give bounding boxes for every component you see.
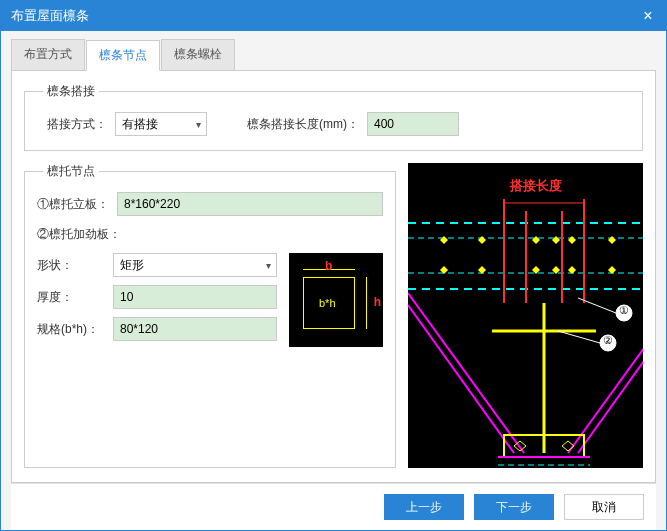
spec-input[interactable] bbox=[113, 317, 277, 341]
bracket-legend: 檩托节点 bbox=[43, 163, 99, 180]
close-button[interactable]: × bbox=[630, 1, 666, 31]
tab-purlin-bolt[interactable]: 檩条螺栓 bbox=[161, 39, 235, 70]
shape-label: 形状： bbox=[37, 257, 105, 274]
shape-preview: b h b*h bbox=[289, 253, 383, 347]
svg-marker-13 bbox=[532, 236, 540, 244]
svg-line-25 bbox=[408, 293, 524, 453]
titlebar: 布置屋面檩条 × bbox=[1, 1, 666, 31]
svg-marker-15 bbox=[552, 236, 560, 244]
splice-length-label: 檩条搭接长度(mm)： bbox=[247, 116, 359, 133]
svg-line-27 bbox=[568, 293, 643, 453]
dialog: 布置屋面檩条 × 布置方式 檩条节点 檩条螺栓 檩条搭接 搭接方式： 有搭接 bbox=[0, 0, 667, 531]
thickness-label: 厚度： bbox=[37, 289, 105, 306]
svg-marker-11 bbox=[478, 236, 486, 244]
svg-line-36 bbox=[578, 298, 616, 313]
footer: 上一步 下一步 取消 bbox=[11, 483, 656, 530]
plate-label: ①檩托立板： bbox=[37, 196, 109, 213]
splice-fieldset: 檩条搭接 搭接方式： 有搭接 檩条搭接长度(mm)： bbox=[24, 83, 643, 151]
bracket-fieldset: 檩托节点 ①檩托立板： ②檩托加劲板： 形状： bbox=[24, 163, 396, 468]
preview-bh-label: b*h bbox=[319, 297, 336, 309]
plate-input[interactable] bbox=[117, 192, 383, 216]
cancel-button[interactable]: 取消 bbox=[564, 494, 644, 520]
tab-bar: 布置方式 檩条节点 檩条螺栓 bbox=[11, 39, 656, 71]
preview-h-label: h bbox=[374, 295, 381, 309]
thickness-input[interactable] bbox=[113, 285, 277, 309]
connection-diagram: 搭接长度 ① ② bbox=[408, 163, 643, 468]
splice-legend: 檩条搭接 bbox=[43, 83, 99, 100]
shape-select[interactable]: 矩形 bbox=[113, 253, 277, 277]
svg-marker-17 bbox=[568, 236, 576, 244]
svg-line-28 bbox=[578, 305, 643, 453]
next-button[interactable]: 下一步 bbox=[474, 494, 554, 520]
dialog-title: 布置屋面檩条 bbox=[11, 7, 630, 25]
svg-marker-9 bbox=[440, 236, 448, 244]
svg-marker-19 bbox=[608, 236, 616, 244]
splice-length-input[interactable] bbox=[367, 112, 459, 136]
svg-line-37 bbox=[558, 331, 600, 343]
close-icon: × bbox=[643, 7, 652, 25]
splice-method-select[interactable]: 有搭接 bbox=[115, 112, 207, 136]
spec-label: 规格(b*h)： bbox=[37, 321, 105, 338]
prev-button[interactable]: 上一步 bbox=[384, 494, 464, 520]
svg-line-26 bbox=[408, 305, 514, 453]
diagram-ref1: ① bbox=[619, 304, 629, 317]
preview-b-label: b bbox=[325, 259, 332, 273]
tab-layout-method[interactable]: 布置方式 bbox=[11, 39, 85, 70]
diagram-splice-length-label: 搭接长度 bbox=[510, 177, 562, 195]
content: 布置方式 檩条节点 檩条螺栓 檩条搭接 搭接方式： 有搭接 bbox=[1, 31, 666, 530]
tab-purlin-node[interactable]: 檩条节点 bbox=[86, 40, 160, 71]
stiffener-label: ②檩托加劲板： bbox=[37, 226, 121, 243]
diagram-ref2: ② bbox=[603, 334, 613, 347]
splice-method-label: 搭接方式： bbox=[47, 116, 107, 133]
tab-panel: 檩条搭接 搭接方式： 有搭接 檩条搭接长度(mm)： bbox=[11, 71, 656, 483]
